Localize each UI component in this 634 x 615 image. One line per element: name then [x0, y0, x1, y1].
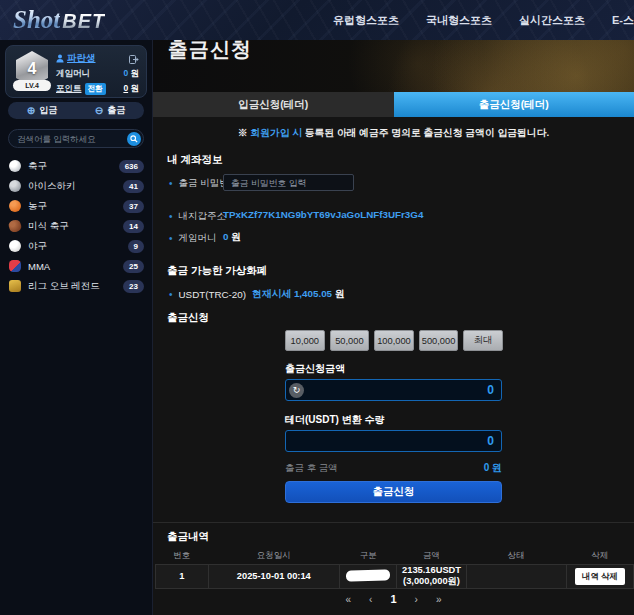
wallet-address-value: TPxKZf77K1NG9bYT69vJaGoLNFf3UFr3G4: [223, 209, 423, 220]
withdraw-amount-label: 출금신청금액: [285, 362, 345, 376]
basketball-icon: [9, 200, 21, 212]
sidebar-item-ice-hockey[interactable]: 아이스하키 41: [0, 176, 153, 196]
redacted-type-value: [346, 569, 390, 582]
usdt-quantity-input[interactable]: [286, 434, 501, 448]
withdraw-button[interactable]: ⊖ 출금: [76, 102, 144, 119]
quick-amount-500000[interactable]: 500,000: [419, 330, 459, 351]
quick-amount-100000[interactable]: 100,000: [374, 330, 414, 351]
logo-bet-text: BET: [62, 10, 105, 33]
soccer-ball-icon: [9, 160, 21, 172]
bullet-dot: •: [169, 178, 173, 189]
usdt-quantity-label: 테더(USDT) 변환 수량: [285, 413, 384, 427]
top-bar: Shot BET 유럽형스포츠 국내형스포츠 실시간스포츠 E-스포츠 카지노: [0, 0, 634, 40]
count-badge: 37: [123, 200, 144, 213]
col-type: 구분: [340, 548, 397, 564]
sidebar-item-baseball[interactable]: 야구 9: [0, 236, 153, 256]
username-row: 파란생: [56, 51, 139, 66]
logout-icon[interactable]: [129, 50, 139, 68]
nav-item-esports[interactable]: E-스포츠: [612, 13, 634, 28]
sidebar-search: [8, 129, 144, 148]
cell-number: 1: [156, 564, 209, 588]
level-badge: LV.4: [13, 80, 51, 91]
points-label[interactable]: 포인트: [56, 83, 82, 95]
section-divider: [153, 522, 634, 523]
col-number: 번호: [156, 548, 209, 564]
sidebar-item-basketball[interactable]: 농구 37: [0, 196, 153, 216]
nav-item-domestic-sports[interactable]: 국내형스포츠: [426, 13, 492, 28]
refresh-icon: ↻: [293, 385, 301, 395]
quick-amount-buttons: 10,000 50,000 100,000 500,000 최대: [285, 330, 503, 351]
tab-deposit-request[interactable]: 입금신청(테더): [153, 92, 394, 117]
after-withdraw-value: 0 원: [484, 461, 502, 475]
page-current[interactable]: 1: [390, 593, 396, 605]
quick-amount-50000[interactable]: 50,000: [330, 330, 370, 351]
pagination: « ‹ 1 › »: [153, 593, 634, 605]
withdraw-amount-field: ↻: [285, 379, 502, 401]
usdt-rate-row: • USDT(TRC-20) 현재시세 1,405.05 원: [169, 288, 345, 301]
logo-shot-text: Shot: [13, 6, 60, 34]
nav-item-european-sports[interactable]: 유럽형스포츠: [333, 13, 399, 28]
ice-hockey-icon: [9, 180, 21, 192]
col-status: 상태: [466, 548, 566, 564]
game-money-row: 게임머니 0 원: [56, 66, 139, 81]
bullet-dot: •: [169, 211, 173, 222]
quick-amount-10000[interactable]: 10,000: [285, 330, 325, 351]
cell-status: [466, 564, 566, 588]
avatar: 4 LV.4: [13, 51, 51, 91]
user-info-rows: 파란생 게임머니 0 원 포인트 전환 0 원: [56, 51, 139, 96]
convert-points-button[interactable]: 전환: [85, 83, 106, 95]
page-last-button[interactable]: »: [436, 594, 442, 605]
mma-glove-icon: [9, 260, 21, 272]
points-row: 포인트 전환 0 원: [56, 81, 139, 96]
table-header-row: 번호 요청일시 구분 금액 상태 삭제: [156, 548, 634, 564]
delete-history-button[interactable]: 내역 삭제: [575, 568, 625, 585]
sidebar-item-soccer[interactable]: 축구 636: [0, 156, 153, 176]
tab-withdraw-request[interactable]: 출금신청(테더): [394, 92, 634, 117]
sidebar-item-american-football[interactable]: 미식 축구 14: [0, 216, 153, 236]
person-icon: [56, 54, 64, 63]
wallet-address-label: 내지갑주소: [179, 210, 227, 223]
bullet-dot: •: [169, 233, 173, 244]
after-withdraw-label: 출금 후 금액: [285, 462, 338, 475]
withdraw-content: ※ 회원가입 시 등록된 아래 예금주 명의로 출금신청 금액이 입금됩니다. …: [153, 117, 634, 615]
table-row: 1 2025-10-01 00:14 2135.16USDT (3,000,00…: [156, 564, 634, 588]
sidebar: 4 LV.4 파란생 게임머니 0 원 포인트: [0, 40, 153, 615]
sports-menu: 축구 636 아이스하키 41 농구 37 미식 축구 14 야구 9: [0, 156, 153, 296]
cell-delete: 내역 삭제: [567, 564, 634, 588]
col-datetime: 요청일시: [208, 548, 339, 564]
submit-withdraw-button[interactable]: 출금신청: [285, 481, 502, 503]
search-input[interactable]: [17, 131, 122, 146]
main-panel: 출금신청 입금신청(테더) 출금신청(테더) ※ 회원가입 시 등록된 아래 예…: [153, 40, 634, 615]
deposit-button[interactable]: ⊕ 입금: [8, 102, 76, 119]
coin-name: USDT(TRC-20): [179, 289, 247, 300]
bullet-dot: •: [169, 289, 173, 300]
nav-item-live-sports[interactable]: 실시간스포츠: [519, 13, 585, 28]
site-logo[interactable]: Shot BET: [13, 6, 105, 34]
game-money-value: 0 원: [123, 68, 139, 80]
page-first-button[interactable]: «: [346, 594, 352, 605]
rate-unit: 원: [335, 288, 345, 301]
league-of-legends-icon: [9, 280, 21, 292]
username-link[interactable]: 파란생: [67, 52, 96, 65]
col-delete: 삭제: [567, 548, 634, 564]
col-amount: 금액: [397, 548, 466, 564]
search-button[interactable]: [127, 132, 141, 146]
deposit-label: 입금: [39, 104, 57, 117]
count-badge: 636: [119, 160, 144, 173]
count-badge: 9: [128, 240, 144, 253]
current-rate: 현재시세 1,405.05: [252, 288, 332, 301]
search-icon: [130, 135, 138, 143]
quick-amount-max[interactable]: 최대: [463, 330, 503, 351]
sidebar-item-mma[interactable]: MMA 25: [0, 256, 153, 276]
wallet-address-row: • 내지갑주소: [169, 210, 226, 223]
sidebar-item-league-of-legends[interactable]: 리그 오브 레전드 23: [0, 276, 153, 296]
reset-amount-button[interactable]: ↻: [289, 383, 304, 398]
cell-amount: 2135.16USDT (3,000,000원): [397, 564, 466, 588]
usdt-quantity-field: [285, 430, 502, 452]
page-prev-button[interactable]: ‹: [369, 594, 372, 605]
withdraw-password-input[interactable]: [223, 174, 354, 191]
page-next-button[interactable]: ›: [415, 594, 418, 605]
count-badge: 25: [123, 260, 144, 273]
withdraw-label: 출금: [107, 104, 125, 117]
withdraw-amount-input[interactable]: [304, 383, 501, 397]
